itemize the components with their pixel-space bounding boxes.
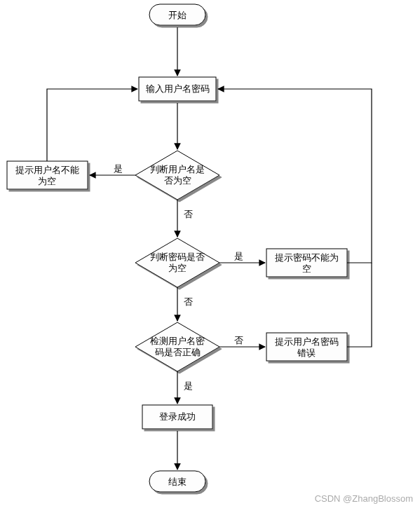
node-login-ok-label: 登录成功 [159, 411, 196, 422]
node-input-label: 输入用户名密码 [146, 83, 210, 94]
node-tip-wrong-l2: 错误 [297, 348, 316, 358]
node-check-pwd-empty-l2: 为空 [168, 263, 187, 273]
label-d2-yes: 是 [234, 251, 243, 261]
node-check-user-empty-l1: 判断用户名是 [150, 164, 205, 174]
label-d3-yes: 是 [184, 380, 193, 391]
node-tip-user-empty-l1: 提示用户名不能 [15, 165, 79, 175]
label-d3-no: 否 [234, 335, 243, 345]
node-end-label: 结束 [168, 476, 187, 487]
node-check-user-empty-l2: 否为空 [164, 175, 191, 186]
edge-tipwrong-up [347, 263, 372, 347]
node-tip-pwd-empty-l1: 提示密码不能为 [275, 252, 339, 263]
node-check-pwd-empty-l1: 判断密码是否 [150, 252, 205, 262]
edge-tippwd-input [218, 89, 372, 263]
label-d1-yes: 是 [114, 163, 123, 174]
edge-tipuser-input [47, 89, 137, 161]
node-tip-user-empty-l2: 为空 [38, 176, 56, 186]
label-d2-no: 否 [184, 296, 193, 307]
node-tip-wrong-l1: 提示用户名密码 [275, 336, 339, 347]
node-check-correct-l1: 检测用户名密 [150, 336, 205, 346]
node-tip-pwd-empty-l2: 空 [302, 263, 311, 274]
node-start-label: 开始 [168, 10, 187, 20]
node-check-correct-l2: 码是否正确 [155, 347, 201, 357]
label-d1-no: 否 [184, 209, 193, 219]
